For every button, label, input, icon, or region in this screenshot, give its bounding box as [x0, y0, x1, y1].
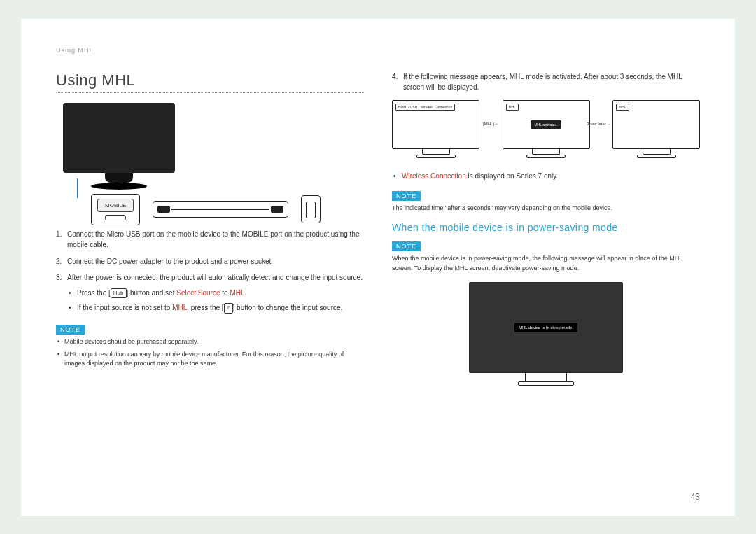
left-column: Using MHL MOBILE	[56, 71, 364, 386]
mobile-port-box: MOBILE	[91, 194, 140, 225]
note-list-left: Mobile devices should be purchased separ…	[56, 337, 364, 370]
mon3-label: MHL	[616, 104, 629, 111]
power-saving-heading: When the mobile device is in power-savin…	[392, 222, 700, 233]
monitor-3: MHL	[612, 100, 700, 158]
cable-illustration	[153, 201, 288, 218]
note-r1-text: The indicated time "after 3 seconds" may…	[392, 204, 700, 213]
right-column: If the following message appears, MHL mo…	[392, 71, 700, 386]
page-title: Using MHL	[56, 71, 364, 93]
mon1-arrow: [MHL]→	[483, 122, 498, 126]
wireless-note-list: Wireless Connection is displayed on Seri…	[392, 171, 700, 182]
sleep-monitor: MHL device is in sleep mode.	[469, 282, 623, 386]
wireless-note: Wireless Connection is displayed on Seri…	[392, 171, 700, 182]
header-path: Using MHL	[56, 47, 700, 54]
mon2-arrow: 3 sec later →	[587, 122, 611, 126]
hub-button-icon: Hub	[111, 288, 127, 298]
usb-slot-icon	[105, 215, 126, 220]
note-badge-r2: NOTE	[392, 241, 421, 251]
step3-sublist: Press the [Hub] button and set Select So…	[67, 288, 364, 314]
cable-line	[77, 178, 78, 198]
mon1-label: HDMI / USB / Wireless Connection	[396, 104, 455, 111]
step-3: After the power is connected, the produc…	[56, 272, 364, 314]
steps-list-left: Connect the Micro USB port on the mobile…	[56, 229, 364, 314]
mobile-port-label: MOBILE	[97, 199, 134, 212]
mon2-msg: MHL activated.	[531, 120, 561, 129]
step3-sub1: Press the [Hub] button and set Select So…	[67, 288, 364, 299]
note-left-1: Mobile devices should be purchased separ…	[56, 337, 364, 347]
connection-diagram: MOBILE	[56, 103, 364, 222]
sleep-msg: MHL device is in sleep mode.	[514, 323, 578, 332]
step3-sub2: If the input source is not set to MHL, p…	[67, 302, 364, 314]
note-r2-text: When the mobile device is in power-savin…	[392, 254, 700, 274]
monitor-2: MHL MHL activated. 3 sec later →	[503, 100, 590, 158]
step-1: Connect the Micro USB port on the mobile…	[56, 229, 364, 251]
step-2: Connect the DC power adapter to the prod…	[56, 256, 364, 267]
note-left-2: MHL output resolution can vary by mobile…	[56, 350, 364, 370]
source-button-icon: ⎚	[224, 303, 233, 313]
ports-row: MOBILE	[91, 194, 321, 225]
phone-box	[301, 195, 321, 223]
steps-list-right: If the following message appears, MHL mo…	[392, 71, 700, 93]
mon2-label: MHL	[506, 104, 519, 111]
page: Using MHL Using MHL MOBILE	[21, 19, 735, 516]
page-number: 43	[691, 492, 700, 502]
monitor-1: HDMI / USB / Wireless Connection [MHL]→	[392, 100, 479, 158]
columns: Using MHL MOBILE	[56, 71, 700, 386]
sleep-monitor-wrap: MHL device is in sleep mode.	[392, 282, 700, 386]
note-badge: NOTE	[56, 325, 85, 335]
step-4: If the following message appears, MHL mo…	[392, 71, 700, 93]
monitor-back-illustration	[63, 103, 189, 173]
phone-icon	[306, 202, 316, 218]
monitor-sequence: HDMI / USB / Wireless Connection [MHL]→ …	[392, 100, 700, 158]
note-badge-r1: NOTE	[392, 191, 421, 201]
